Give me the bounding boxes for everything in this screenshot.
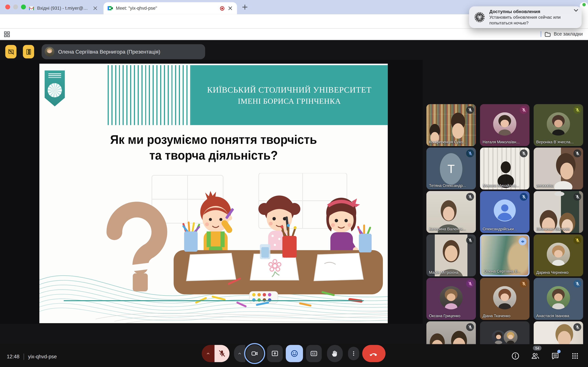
new-tab-button[interactable] bbox=[242, 4, 248, 12]
overflow-avatars bbox=[492, 330, 518, 344]
captions-button[interactable]: CC bbox=[306, 345, 322, 362]
camera-options-button[interactable] bbox=[234, 345, 245, 362]
university-logo bbox=[45, 70, 65, 106]
more-options-button[interactable] bbox=[348, 347, 359, 360]
participant-count-badge: 54 bbox=[533, 346, 542, 350]
mic-off-icon bbox=[573, 236, 581, 244]
present-icon bbox=[271, 350, 279, 358]
participant-name: Оксана Гриценко bbox=[429, 313, 460, 318]
participant-tile[interactable]: Марія Мітрохіна bbox=[426, 234, 476, 276]
people-icon bbox=[531, 351, 539, 360]
close-tab-icon[interactable] bbox=[227, 5, 233, 11]
presenter-pill[interactable]: Олена Сергіївна Вернигора (Презентація) bbox=[42, 44, 205, 59]
info-icon bbox=[511, 351, 519, 360]
participant-tile[interactable]: Шевченко Вікторія bbox=[534, 191, 583, 233]
bookmarks-bar: Все закладки bbox=[0, 28, 588, 40]
presentation-slide: КИЇВСЬКИЙ СТОЛИЧНИЙ УНІВЕРСИТЕТ ІМЕНІ БО… bbox=[39, 64, 388, 323]
participant-name: Конференція Сухо... bbox=[429, 140, 466, 144]
end-call-button[interactable] bbox=[362, 345, 386, 362]
participant-tile[interactable]: Конференція Сухо... bbox=[426, 104, 476, 146]
chevron-down-icon[interactable] bbox=[574, 9, 578, 12]
mic-off-icon bbox=[218, 350, 226, 358]
reactions-button[interactable] bbox=[286, 345, 303, 362]
close-window-button[interactable] bbox=[5, 4, 10, 9]
participant-tile[interactable]: Оксана Гриценко bbox=[426, 278, 476, 320]
participant-name: Микола Михайлов... bbox=[483, 183, 519, 188]
mic-off-icon bbox=[520, 193, 528, 201]
camera-button[interactable] bbox=[246, 345, 263, 362]
participant-tile[interactable]: Діана Ткаченко bbox=[480, 278, 530, 320]
water-glass bbox=[260, 244, 270, 259]
mic-off-icon bbox=[466, 106, 474, 114]
participant-tile[interactable]: Дарина Черненко bbox=[534, 234, 583, 276]
mic-off-icon bbox=[573, 150, 581, 157]
participant-tile[interactable]: Вероніка В`ячесла... bbox=[534, 104, 583, 146]
participant-tile[interactable]: Наталя Миколаївн... bbox=[480, 104, 530, 146]
participant-tile[interactable]: Олена Сергіївна В... bbox=[480, 234, 530, 276]
people-button[interactable]: 54 bbox=[528, 349, 542, 363]
participant-name: Марія Мітрохіна bbox=[429, 270, 458, 275]
participant-name: zenxxxtsu bbox=[536, 183, 554, 188]
mic-off-icon bbox=[573, 106, 581, 114]
svg-text:CC: CC bbox=[312, 352, 316, 355]
participant-tile[interactable]: Олександрійськи... bbox=[480, 191, 530, 233]
tab-label: Вхідні (931) - t.miyer@kubg.e bbox=[37, 6, 90, 11]
folder-icon bbox=[544, 31, 551, 37]
update-notification[interactable]: Доступны обновления Установить обновлени… bbox=[469, 6, 582, 28]
participant-tile[interactable]: zenxxxtsu bbox=[534, 148, 583, 190]
tab-gmail[interactable]: Вхідні (931) - t.miyer@kubg.e bbox=[25, 2, 102, 14]
raise-hand-button[interactable] bbox=[327, 345, 343, 362]
present-screen-button[interactable] bbox=[267, 345, 283, 362]
recording-icon bbox=[220, 6, 225, 11]
participant-tile[interactable]: Тетяна Олександр... T bbox=[426, 148, 476, 190]
chat-button[interactable] bbox=[548, 349, 562, 363]
meet-page: Олена Сергіївна Вернигора (Презентація) … bbox=[0, 40, 588, 367]
participant-tile[interactable]: Анастасія Іванова bbox=[534, 278, 583, 320]
door-icon bbox=[25, 48, 32, 55]
info-button[interactable] bbox=[508, 349, 522, 363]
captions-icon: CC bbox=[310, 350, 318, 358]
avatar bbox=[547, 286, 570, 309]
participant-name: Діана Ткаченко bbox=[483, 313, 510, 318]
hand-icon bbox=[331, 350, 339, 358]
mic-off-icon bbox=[520, 150, 528, 157]
participant-grid: Конференція Сухо... Наталя Миколаївн... … bbox=[426, 104, 583, 363]
leave-room-button[interactable] bbox=[23, 45, 34, 58]
boy-art bbox=[200, 191, 234, 257]
tab-meet[interactable]: Meet: "yix-qhvd-pse" bbox=[104, 2, 237, 14]
participant-name: Вероніка В`ячесла... bbox=[536, 140, 574, 144]
more-vert-icon bbox=[350, 350, 357, 357]
tab-groups-icon[interactable] bbox=[4, 31, 10, 39]
participant-name: Шевченко Вікторія bbox=[536, 227, 570, 231]
participant-name: Олександрійськи... bbox=[483, 227, 517, 231]
mic-off-icon bbox=[573, 280, 581, 288]
participant-tile[interactable]: Катерина Валенти... bbox=[426, 191, 476, 233]
settings-gear-icon bbox=[473, 11, 486, 24]
smiley-icon bbox=[290, 350, 298, 358]
window-controls[interactable] bbox=[5, 4, 26, 9]
avatar bbox=[440, 286, 463, 309]
close-tab-icon[interactable] bbox=[92, 5, 98, 11]
paint-palette bbox=[249, 291, 278, 303]
notification-body: Установить обновления сейчас или попытат… bbox=[489, 15, 582, 25]
mic-mute-button[interactable] bbox=[215, 345, 229, 362]
brush-cup bbox=[281, 224, 297, 258]
mic-options-button[interactable] bbox=[202, 345, 215, 362]
mic-off-icon bbox=[466, 236, 474, 244]
mic-off-icon bbox=[466, 193, 474, 201]
meet-icon bbox=[107, 5, 113, 11]
notification-title: Доступны обновления bbox=[489, 9, 582, 15]
participant-tile[interactable]: Микола Михайлов... bbox=[480, 148, 530, 190]
call-control-bar: 12:48 yix-qhvd-pse CC bbox=[0, 344, 588, 367]
presenter-avatar bbox=[45, 47, 54, 57]
minimize-window-button[interactable] bbox=[13, 4, 18, 9]
pencil-cup-right bbox=[358, 225, 372, 252]
presentation-off-button[interactable] bbox=[5, 45, 17, 58]
participant-name: Анастасія Іванова bbox=[536, 313, 569, 318]
all-bookmarks-button[interactable]: Все закладки bbox=[554, 32, 583, 37]
presentation-stage[interactable]: КИЇВСЬКИЙ СТОЛИЧНИЙ УНІВЕРСИТЕТ ІМЕНІ БО… bbox=[0, 60, 423, 324]
speaking-indicator-icon bbox=[519, 237, 527, 245]
letter-avatar: T bbox=[440, 153, 462, 185]
default-avatar-icon bbox=[493, 198, 517, 222]
activities-button[interactable] bbox=[568, 349, 582, 363]
